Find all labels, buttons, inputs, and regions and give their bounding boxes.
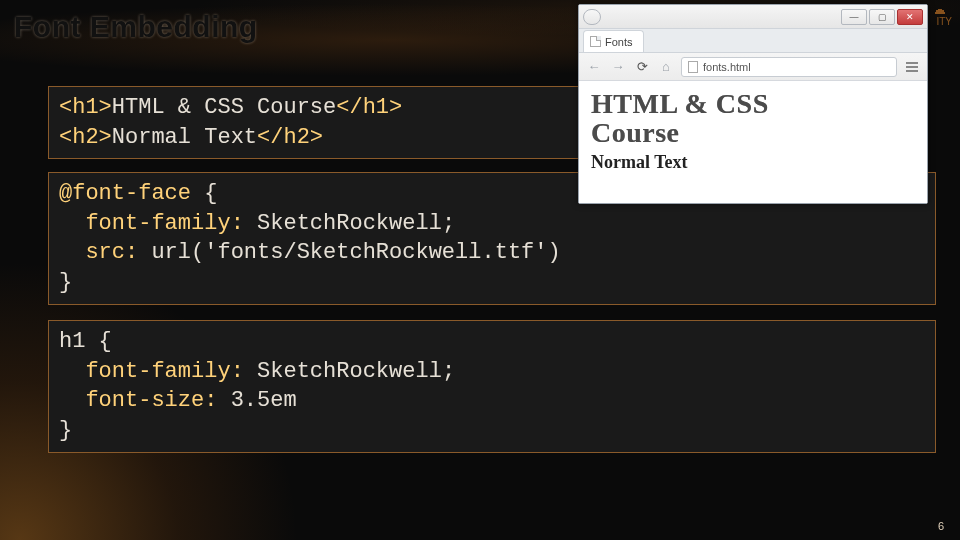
rendered-h1: HTML & CSS Course bbox=[591, 89, 915, 148]
browser-address-bar: ← → ⟳ ⌂ fonts.html bbox=[579, 53, 927, 81]
code-token: <h1> bbox=[59, 95, 112, 120]
slide-title: Font Embedding bbox=[14, 10, 258, 44]
code-token: font-size: bbox=[59, 388, 217, 413]
forward-button[interactable]: → bbox=[609, 58, 627, 76]
code-token: Normal Text bbox=[112, 125, 257, 150]
code-token: @font-face bbox=[59, 181, 191, 206]
code-token: } bbox=[59, 270, 72, 295]
code-token: </h1> bbox=[336, 95, 402, 120]
code-token: url( bbox=[138, 240, 204, 265]
rendered-h1-line1: HTML & CSS bbox=[591, 88, 769, 119]
code-token: 'fonts/SketchRockwell.ttf' bbox=[204, 240, 547, 265]
home-button[interactable]: ⌂ bbox=[657, 58, 675, 76]
window-buttons: — ▢ ✕ bbox=[841, 9, 923, 25]
page-icon bbox=[590, 36, 601, 47]
omnibox-url: fonts.html bbox=[703, 61, 751, 73]
close-button[interactable]: ✕ bbox=[897, 9, 923, 25]
code-block-html: <h1>HTML & CSS Course</h1> <h2>Normal Te… bbox=[48, 86, 588, 159]
reload-button[interactable]: ⟳ bbox=[633, 58, 651, 76]
code-token: font-family: bbox=[59, 359, 244, 384]
logo-text-fragment: ITY bbox=[936, 16, 952, 27]
browser-process-indicator bbox=[583, 9, 601, 25]
code-token: HTML & CSS Course bbox=[112, 95, 336, 120]
browser-tab[interactable]: Fonts bbox=[583, 30, 644, 52]
maximize-button[interactable]: ▢ bbox=[869, 9, 895, 25]
browser-tabstrip: Fonts bbox=[579, 29, 927, 53]
page-number: 6 bbox=[938, 520, 944, 532]
code-block-h1style: h1 { font-family: SketchRockwell; font-s… bbox=[48, 320, 936, 453]
browser-window: — ▢ ✕ Fonts ← → ⟳ ⌂ fonts.html HTML & CS… bbox=[578, 4, 928, 204]
code-token: font-family: bbox=[59, 211, 244, 236]
tab-title: Fonts bbox=[605, 36, 633, 48]
code-token: <h2> bbox=[59, 125, 112, 150]
code-token: ) bbox=[548, 240, 561, 265]
document-icon bbox=[688, 61, 698, 73]
code-token: src: bbox=[59, 240, 138, 265]
code-token: 3.5em bbox=[217, 388, 296, 413]
code-token: } bbox=[59, 418, 72, 443]
browser-viewport: HTML & CSS Course Normal Text bbox=[579, 81, 927, 203]
minimize-button[interactable]: — bbox=[841, 9, 867, 25]
code-token: h1 bbox=[59, 329, 85, 354]
rendered-h2: Normal Text bbox=[591, 152, 915, 173]
rendered-h1-line2: Course bbox=[591, 117, 680, 148]
omnibox[interactable]: fonts.html bbox=[681, 57, 897, 77]
menu-button[interactable] bbox=[903, 58, 921, 76]
code-token: { bbox=[85, 329, 111, 354]
logo-sun-icon bbox=[928, 2, 952, 14]
code-token: SketchRockwell; bbox=[244, 211, 455, 236]
code-token: </h2> bbox=[257, 125, 323, 150]
back-button[interactable]: ← bbox=[585, 58, 603, 76]
code-token: { bbox=[191, 181, 217, 206]
browser-titlebar: — ▢ ✕ bbox=[579, 5, 927, 29]
code-token: SketchRockwell; bbox=[244, 359, 455, 384]
